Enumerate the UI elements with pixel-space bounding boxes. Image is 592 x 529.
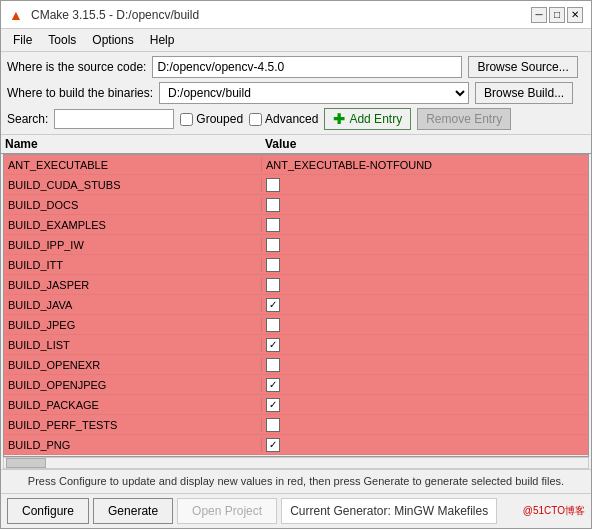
cell-checkbox[interactable]: ✓ [266, 338, 280, 352]
cell-name: BUILD_EXAMPLES [4, 218, 262, 232]
cell-name: ANT_EXECUTABLE [4, 158, 262, 172]
table-row[interactable]: BUILD_DOCS [4, 195, 588, 215]
cell-value [262, 257, 588, 273]
cell-checkbox[interactable] [266, 238, 280, 252]
cell-checkbox[interactable] [266, 318, 280, 332]
menu-item-file[interactable]: File [5, 31, 40, 49]
table-row[interactable]: BUILD_CUDA_STUBS [4, 175, 588, 195]
cell-value [262, 217, 588, 233]
search-label: Search: [7, 112, 48, 126]
build-row: Where to build the binaries: D:/opencv/b… [7, 82, 585, 104]
cell-checkbox[interactable] [266, 198, 280, 212]
cell-value: ANT_EXECUTABLE-NOTFOUND [262, 158, 588, 172]
table-row[interactable]: BUILD_LIST✓ [4, 335, 588, 355]
table-row[interactable]: BUILD_OPENEXR [4, 355, 588, 375]
cell-name: BUILD_PACKAGE [4, 398, 262, 412]
cell-value: ✓ [262, 337, 588, 353]
cell-name: BUILD_JPEG [4, 318, 262, 332]
add-entry-button[interactable]: ✚ Add Entry [324, 108, 411, 130]
cell-name: BUILD_DOCS [4, 198, 262, 212]
cell-checkbox[interactable]: ✓ [266, 378, 280, 392]
cell-checkbox[interactable] [266, 178, 280, 192]
build-input[interactable]: D:/opencv/build [159, 82, 469, 104]
table-row[interactable]: BUILD_JPEG [4, 315, 588, 335]
main-window: ▲ CMake 3.15.5 - D:/opencv/build ─ □ ✕ F… [0, 0, 592, 529]
menu-item-tools[interactable]: Tools [40, 31, 84, 49]
table-row[interactable]: ANT_EXECUTABLEANT_EXECUTABLE-NOTFOUND [4, 155, 588, 175]
cell-value [262, 277, 588, 293]
window-controls: ─ □ ✕ [531, 7, 583, 23]
configure-button[interactable]: Configure [7, 498, 89, 524]
cell-checkbox[interactable] [266, 418, 280, 432]
cell-name: BUILD_ITT [4, 258, 262, 272]
browse-source-button[interactable]: Browse Source... [468, 56, 577, 78]
table-row[interactable]: BUILD_ITT [4, 255, 588, 275]
menu-item-help[interactable]: Help [142, 31, 183, 49]
source-label: Where is the source code: [7, 60, 146, 74]
cell-text-value: ANT_EXECUTABLE-NOTFOUND [266, 159, 432, 171]
title-bar-left: ▲ CMake 3.15.5 - D:/opencv/build [9, 7, 199, 23]
cell-checkbox[interactable] [266, 358, 280, 372]
cell-name: BUILD_LIST [4, 338, 262, 352]
app-icon: ▲ [9, 7, 25, 23]
cell-name: BUILD_CUDA_STUBS [4, 178, 262, 192]
table-row[interactable]: BUILD_PACKAGE✓ [4, 395, 588, 415]
add-entry-label: Add Entry [349, 112, 402, 126]
table-row[interactable]: BUILD_JASPER [4, 275, 588, 295]
table-row[interactable]: BUILD_PNG✓ [4, 435, 588, 455]
cell-checkbox[interactable] [266, 258, 280, 272]
search-input[interactable] [54, 109, 174, 129]
content-area: Name Value ANT_EXECUTABLEANT_EXECUTABLE-… [1, 135, 591, 469]
watermark: @51CTO博客 [523, 504, 585, 518]
table-row[interactable]: BUILD_EXAMPLES [4, 215, 588, 235]
cell-checkbox[interactable]: ✓ [266, 298, 280, 312]
generate-button[interactable]: Generate [93, 498, 173, 524]
browse-build-button[interactable]: Browse Build... [475, 82, 573, 104]
minimize-button[interactable]: ─ [531, 7, 547, 23]
table-row[interactable]: BUILD_PERF_TESTS [4, 415, 588, 435]
cell-name: BUILD_JAVA [4, 298, 262, 312]
cell-value: ✓ [262, 397, 588, 413]
cell-name: BUILD_PNG [4, 438, 262, 452]
close-button[interactable]: ✕ [567, 7, 583, 23]
search-row: Search: Grouped Advanced ✚ Add Entry Rem… [7, 108, 585, 130]
table-row[interactable]: BUILD_OPENJPEG✓ [4, 375, 588, 395]
bottom-bar: Configure Generate Open Project Current … [1, 493, 591, 528]
cell-checkbox[interactable]: ✓ [266, 398, 280, 412]
table-row[interactable]: BUILD_JAVA✓ [4, 295, 588, 315]
name-column-header: Name [5, 137, 265, 151]
cell-value: ✓ [262, 297, 588, 313]
menu-bar: FileToolsOptionsHelp [1, 29, 591, 52]
status-text: Press Configure to update and display ne… [28, 475, 564, 487]
status-bar: Press Configure to update and display ne… [1, 469, 591, 493]
cell-value [262, 197, 588, 213]
grouped-checkbox-label[interactable]: Grouped [180, 112, 243, 126]
grouped-checkbox[interactable] [180, 113, 193, 126]
cell-value: ✓ [262, 437, 588, 453]
toolbar: Where is the source code: Browse Source.… [1, 52, 591, 135]
cell-value: ✓ [262, 377, 588, 393]
title-bar: ▲ CMake 3.15.5 - D:/opencv/build ─ □ ✕ [1, 1, 591, 29]
remove-entry-button[interactable]: Remove Entry [417, 108, 511, 130]
source-input[interactable] [152, 56, 462, 78]
window-title: CMake 3.15.5 - D:/opencv/build [31, 8, 199, 22]
build-label: Where to build the binaries: [7, 86, 153, 100]
open-project-button[interactable]: Open Project [177, 498, 277, 524]
advanced-checkbox-label[interactable]: Advanced [249, 112, 318, 126]
cell-checkbox[interactable]: ✓ [266, 438, 280, 452]
cell-value [262, 237, 588, 253]
cell-name: BUILD_JASPER [4, 278, 262, 292]
cell-checkbox[interactable] [266, 278, 280, 292]
menu-item-options[interactable]: Options [84, 31, 141, 49]
cell-value [262, 177, 588, 193]
table-row[interactable]: BUILD_IPP_IW [4, 235, 588, 255]
horizontal-scrollbar[interactable] [3, 457, 589, 469]
table-scroll[interactable]: ANT_EXECUTABLEANT_EXECUTABLE-NOTFOUNDBUI… [3, 154, 589, 457]
value-column-header: Value [265, 137, 587, 151]
advanced-checkbox[interactable] [249, 113, 262, 126]
cell-name: BUILD_PERF_TESTS [4, 418, 262, 432]
maximize-button[interactable]: □ [549, 7, 565, 23]
cell-name: BUILD_OPENJPEG [4, 378, 262, 392]
cell-value [262, 317, 588, 333]
cell-checkbox[interactable] [266, 218, 280, 232]
